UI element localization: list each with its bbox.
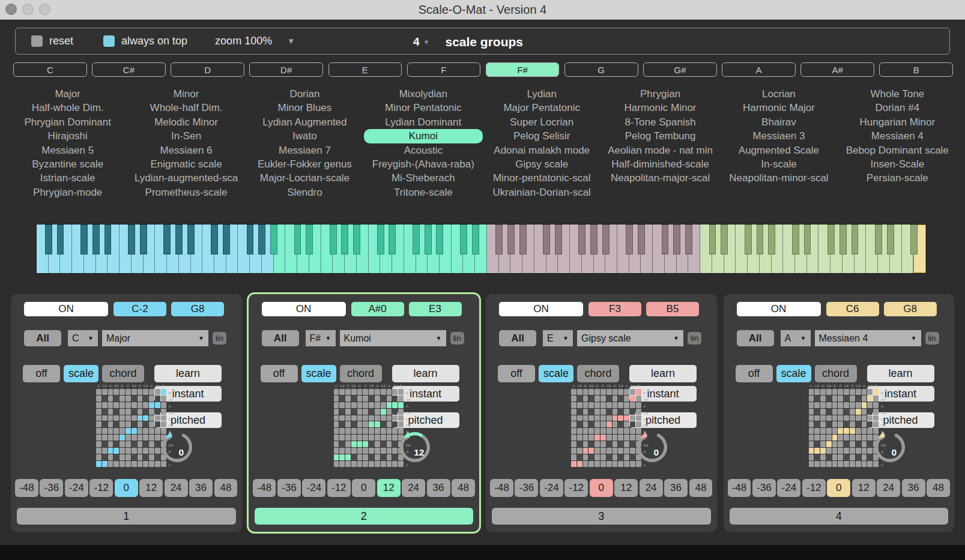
matrix-cell[interactable] xyxy=(594,402,600,408)
black-key[interactable] xyxy=(602,224,610,254)
matrix-cell[interactable] xyxy=(838,421,843,427)
matrix-cell[interactable] xyxy=(132,435,137,441)
matrix-cell[interactable] xyxy=(630,415,635,421)
matrix-cell[interactable] xyxy=(862,409,867,415)
matrix-cell[interactable] xyxy=(607,396,612,402)
matrix-cell[interactable] xyxy=(357,454,363,460)
matrix-cell[interactable] xyxy=(577,441,582,447)
matrix-cell[interactable] xyxy=(577,415,582,421)
matrix-cell[interactable] xyxy=(149,448,154,454)
black-key[interactable] xyxy=(104,224,112,254)
matrix-cell[interactable] xyxy=(119,396,125,402)
matrix-cell[interactable] xyxy=(826,409,832,415)
matrix-cell[interactable] xyxy=(119,441,125,447)
matrix-cell[interactable] xyxy=(826,402,832,408)
matrix-cell[interactable] xyxy=(339,428,345,434)
matrix-cell[interactable] xyxy=(375,441,380,447)
scale-option[interactable]: Prometheus-scale xyxy=(127,185,245,199)
matrix-cell[interactable] xyxy=(588,435,594,441)
transpose-button--36[interactable]: -36 xyxy=(515,479,538,497)
matrix-cell[interactable] xyxy=(809,415,814,421)
matrix-cell[interactable] xyxy=(809,428,814,434)
learn-button[interactable]: learn xyxy=(629,365,697,382)
root-note-dropdown[interactable]: C ▼ xyxy=(68,330,98,346)
matrix-cell[interactable] xyxy=(392,415,398,421)
matrix-cell[interactable] xyxy=(838,409,843,415)
matrix-cell[interactable] xyxy=(826,435,832,441)
matrix-cell[interactable] xyxy=(636,421,641,427)
matrix-cell[interactable] xyxy=(398,421,404,427)
matrix-cell[interactable] xyxy=(387,428,392,434)
scale-option[interactable]: Messiaen 3 xyxy=(719,129,838,143)
matrix-cell[interactable] xyxy=(381,396,386,402)
matrix-cell[interactable] xyxy=(334,454,339,460)
matrix-cell[interactable] xyxy=(826,441,832,447)
matrix-cell[interactable] xyxy=(108,389,113,395)
scale-option[interactable]: Harmonic Major xyxy=(719,101,838,115)
matrix-cell[interactable] xyxy=(339,448,345,454)
matrix-cell[interactable] xyxy=(856,441,861,447)
matrix-cell[interactable] xyxy=(832,448,838,454)
matrix-cell[interactable] xyxy=(844,421,849,427)
matrix-cell[interactable] xyxy=(102,396,107,402)
mode-off-button[interactable]: off xyxy=(23,365,60,382)
matrix-cell[interactable] xyxy=(102,421,107,427)
matrix-cell[interactable] xyxy=(624,402,629,408)
matrix-cell[interactable] xyxy=(618,415,623,421)
matrix-cell[interactable] xyxy=(577,461,582,467)
matrix-cell[interactable] xyxy=(351,396,357,402)
transpose-button-12[interactable]: 12 xyxy=(377,479,401,497)
scale-option[interactable]: Minor xyxy=(127,87,245,101)
matrix-cell[interactable] xyxy=(119,448,125,454)
black-key[interactable] xyxy=(673,224,680,254)
matrix-cell[interactable] xyxy=(357,396,363,402)
scale-option[interactable]: Minor-pentatonic-scal xyxy=(483,171,601,185)
mode-scale-button[interactable]: scale xyxy=(539,365,573,382)
matrix-cell[interactable] xyxy=(850,396,855,402)
matrix-cell[interactable] xyxy=(630,396,635,402)
matrix-cell[interactable] xyxy=(113,402,119,408)
black-key[interactable] xyxy=(140,224,147,254)
black-key[interactable] xyxy=(768,224,775,254)
module-slider[interactable]: 3 xyxy=(492,508,711,525)
matrix-cell[interactable] xyxy=(143,454,148,460)
scale-option[interactable]: Minor Blues xyxy=(246,101,364,115)
matrix-cell[interactable] xyxy=(607,428,612,434)
matrix-cell[interactable] xyxy=(844,461,849,467)
matrix-cell[interactable] xyxy=(613,409,618,415)
matrix-cell[interactable] xyxy=(814,421,820,427)
matrix-cell[interactable] xyxy=(838,396,843,402)
matrix-cell[interactable] xyxy=(149,396,154,402)
matrix-cell[interactable] xyxy=(132,454,137,460)
matrix-cell[interactable] xyxy=(149,441,154,447)
matrix-cell[interactable] xyxy=(630,402,635,408)
matrix-cell[interactable] xyxy=(138,409,143,415)
transpose-button-36[interactable]: 36 xyxy=(427,479,450,497)
all-channels-button[interactable]: All xyxy=(499,330,536,346)
matrix-cell[interactable] xyxy=(392,402,398,408)
matrix-cell[interactable] xyxy=(577,454,582,460)
reset-checkbox[interactable] xyxy=(31,35,43,47)
matrix-cell[interactable] xyxy=(138,415,143,421)
transpose-button--24[interactable]: -24 xyxy=(65,479,88,497)
transpose-button--12[interactable]: -12 xyxy=(564,479,588,497)
matrix-cell[interactable] xyxy=(624,409,629,415)
matrix-cell[interactable] xyxy=(577,448,582,454)
scale-option[interactable]: Lydian xyxy=(483,87,601,101)
matrix-cell[interactable] xyxy=(826,389,832,395)
matrix-cell[interactable] xyxy=(618,389,623,395)
matrix-cell[interactable] xyxy=(345,402,351,408)
matrix-cell[interactable] xyxy=(132,389,137,395)
matrix-cell[interactable] xyxy=(583,421,588,427)
matrix-cell[interactable] xyxy=(600,396,606,402)
matrix-cell[interactable] xyxy=(351,421,357,427)
matrix-cell[interactable] xyxy=(862,421,867,427)
matrix-cell[interactable] xyxy=(398,415,404,421)
matrix-cell[interactable] xyxy=(571,409,576,415)
transpose-button-0[interactable]: 0 xyxy=(590,479,613,497)
scale-option[interactable]: Major-Locrian-scale xyxy=(246,171,364,185)
matrix-cell[interactable] xyxy=(149,435,154,441)
matrix-cell[interactable] xyxy=(850,435,855,441)
matrix-cell[interactable] xyxy=(826,448,832,454)
matrix-cell[interactable] xyxy=(856,409,861,415)
